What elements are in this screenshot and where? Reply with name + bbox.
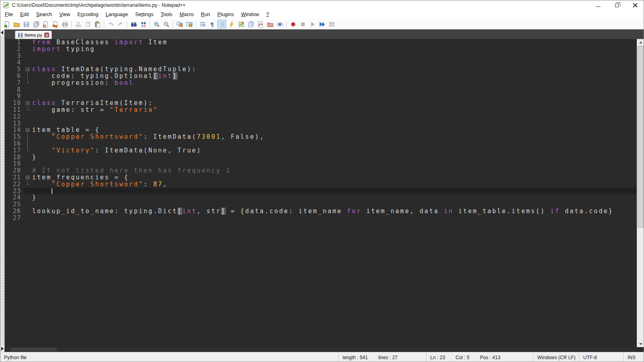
toolbar-undo-button[interactable]	[106, 20, 115, 29]
fold-collapse-icon[interactable]	[26, 101, 29, 105]
toolbar-replace-button[interactable]: ab	[139, 20, 148, 29]
toolbar-zoom-out-button[interactable]	[162, 20, 171, 29]
code-line[interactable]: 22 "Copper Shortsword": 87,	[5, 181, 638, 188]
menu-item-settings[interactable]: Settings	[132, 11, 157, 18]
code-text: code: typing.Optional[int]	[32, 73, 638, 80]
code-line[interactable]: 24}	[5, 194, 638, 201]
scroll-tabs-left-icon[interactable]	[1, 31, 3, 35]
menu-item-window[interactable]: Window	[237, 11, 262, 18]
toolbar-word-wrap-button[interactable]	[198, 20, 207, 29]
menu-item-help[interactable]: ?	[263, 11, 273, 18]
toolbar-file-browser-button[interactable]	[256, 20, 265, 29]
tab-items-py[interactable]: Items.py	[15, 31, 52, 39]
code-line[interactable]: 18}	[5, 154, 638, 161]
menu-item-encoding[interactable]: Encoding	[74, 11, 102, 18]
toolbar-save-all-button[interactable]	[31, 20, 40, 29]
toolbar-sync-vertical-scroll-button[interactable]	[175, 20, 184, 29]
toolbar-redo-button[interactable]	[116, 20, 125, 29]
close-button[interactable]	[626, 0, 644, 10]
code-line[interactable]: 25	[5, 201, 638, 208]
code-line[interactable]: 15 "Copper Shortsword": ItemData(73001, …	[5, 134, 638, 140]
code-line[interactable]: 5class ItemData(typing.NamedTuple):	[5, 66, 638, 73]
minimize-button[interactable]	[589, 0, 607, 10]
menu-item-view[interactable]: View	[56, 11, 74, 18]
toolbar-function-list-button[interactable]	[227, 20, 236, 29]
toolbar-print-button[interactable]	[60, 20, 69, 29]
fold-margin[interactable]	[23, 174, 32, 181]
scroll-up-button[interactable]	[637, 39, 644, 45]
fold-margin[interactable]	[23, 127, 32, 134]
code-line[interactable]: 11 game: str = "Terraria"	[5, 107, 638, 113]
vertical-scrollbar-thumb[interactable]	[638, 46, 644, 228]
scroll-tabs-right-icon[interactable]	[1, 347, 4, 351]
fold-margin[interactable]	[23, 66, 32, 73]
menu-item-run[interactable]: Run	[197, 11, 214, 18]
fold-collapse-icon[interactable]	[26, 176, 29, 179]
code-line[interactable]: 6 code: typing.Optional[int]	[5, 73, 638, 80]
toolbar-new-file-button[interactable]	[2, 20, 11, 29]
toolbar-document-list-button[interactable]	[246, 20, 255, 29]
code-line[interactable]: 4	[5, 59, 638, 66]
toolbar-stop-macro-button[interactable]	[298, 20, 307, 29]
horizontal-scrollbar-thumb[interactable]	[10, 348, 57, 352]
code-line[interactable]: 14item_table = {	[5, 127, 638, 134]
dock-grip[interactable]	[0, 29, 4, 352]
menu-item-macro[interactable]: Macro	[176, 11, 197, 18]
toolbar-paste-button[interactable]	[93, 20, 102, 29]
toolbar-record-macro-button[interactable]	[289, 20, 297, 29]
tab-close-icon[interactable]	[44, 33, 49, 37]
toolbar-copy-button[interactable]	[83, 20, 92, 29]
code-line[interactable]: 9	[5, 93, 638, 100]
code-line[interactable]: 16	[5, 140, 638, 147]
menu-item-search[interactable]: Search	[33, 11, 56, 18]
menu-item-plugins[interactable]: Plugins	[214, 11, 237, 18]
toolbar-show-indent-guide-button[interactable]	[217, 20, 226, 29]
code-line[interactable]: 3	[5, 53, 638, 60]
fold-collapse-icon[interactable]	[26, 68, 29, 71]
code-editor[interactable]: 1from BaseClasses import Item2import typ…	[4, 39, 638, 347]
line-number: 27	[5, 215, 23, 222]
toolbar-find-button[interactable]	[129, 20, 138, 29]
code-line[interactable]: 7 progression: bool	[5, 80, 638, 86]
scroll-down-button[interactable]	[637, 341, 644, 347]
code-line[interactable]: 21item_frequencies = {	[5, 174, 638, 181]
menu-item-tools[interactable]: Tools	[157, 11, 176, 18]
toolbar-show-all-characters-button[interactable]: ¶	[208, 20, 217, 29]
toolbar-play-macro-button[interactable]	[308, 20, 317, 29]
toolbar-document-map-button[interactable]	[237, 20, 246, 29]
restore-button[interactable]	[607, 0, 626, 10]
toolbar-run-macro-multiple-button[interactable]	[318, 20, 326, 29]
toolbar-save-macro-button[interactable]	[327, 20, 336, 29]
code-line[interactable]: 10class TerrariaItem(Item):	[5, 100, 638, 107]
toolbar-save-button[interactable]	[22, 20, 31, 29]
code-line[interactable]: 13	[5, 120, 638, 127]
toolbar-separator	[150, 21, 150, 28]
code-line[interactable]: 1from BaseClasses import Item	[5, 39, 638, 46]
toolbar-folder-as-workspace-button[interactable]	[266, 20, 275, 29]
code-line[interactable]: 2import typing	[5, 46, 638, 53]
toolbar-open-button[interactable]	[12, 20, 21, 29]
code-line[interactable]: 8	[5, 86, 638, 93]
code-line[interactable]: 27	[5, 215, 638, 222]
menu-item-edit[interactable]: Edit	[17, 11, 33, 18]
horizontal-scrollbar[interactable]	[4, 347, 638, 352]
toolbar-zoom-in-button[interactable]	[152, 20, 161, 29]
code-line[interactable]: 26lookup_id_to_name: typing.Dict[int, st…	[5, 208, 638, 215]
code-line[interactable]: 12	[5, 113, 638, 120]
toolbar-close-button[interactable]	[41, 20, 50, 29]
toolbar-close-all-button[interactable]	[51, 20, 60, 29]
toolbar-sync-horizontal-scroll-button[interactable]	[185, 20, 194, 29]
code-line[interactable]: 20# If not listed here then has frequenc…	[5, 167, 638, 174]
toolbar-cut-button[interactable]	[74, 20, 83, 29]
toolbar-separator	[196, 21, 196, 28]
fold-collapse-icon[interactable]	[26, 128, 29, 132]
function-list-icon	[228, 21, 235, 28]
fold-margin[interactable]	[23, 100, 32, 107]
menu-item-file[interactable]: File	[1, 11, 17, 18]
code-line-current[interactable]: 23	[5, 188, 638, 195]
code-line[interactable]: 17 "Victory": ItemData(None, True)	[5, 147, 638, 154]
vertical-scrollbar[interactable]	[637, 39, 644, 347]
code-line[interactable]: 19	[5, 160, 638, 167]
menu-item-language[interactable]: Language	[102, 11, 132, 18]
toolbar-monitoring-button[interactable]	[275, 20, 284, 29]
